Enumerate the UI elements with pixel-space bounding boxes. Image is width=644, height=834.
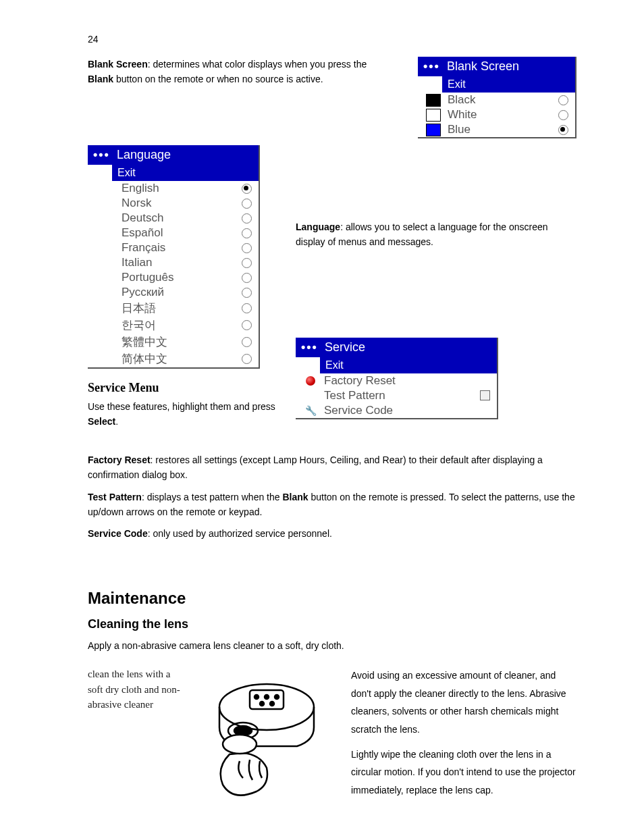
radio-icon[interactable] (242, 303, 252, 313)
cleaning-lens-heading: Cleaning the lens (88, 617, 576, 631)
test-pattern-paragraph: Test Pattern: displays a test pattern wh… (88, 490, 576, 520)
service-menu-heading: Service Menu (88, 381, 277, 395)
term-blank: Blank (88, 74, 113, 84)
menu-item-label: Français (122, 241, 242, 255)
radio-icon[interactable] (242, 228, 252, 238)
svg-point-9 (223, 735, 257, 754)
menu-exit[interactable]: Exit (442, 76, 575, 93)
text: : determines what color displays when yo… (148, 59, 367, 70)
language-paragraph: Language: allows you to select a languag… (296, 219, 576, 250)
menu-item-label: Test Pattern (324, 389, 480, 402)
menu-item-label: 繁體中文 (122, 334, 242, 350)
svg-point-5 (265, 695, 269, 699)
menu-item-label: 简体中文 (122, 351, 242, 367)
text: button on the remote or when no source i… (113, 74, 323, 84)
menu-item-label: Italian (122, 256, 242, 269)
menu-item-label: 한국어 (122, 317, 242, 333)
menu-title-bar: ••• Language (88, 145, 259, 165)
blank-screen-paragraph: Blank Screen: determines what color disp… (88, 57, 389, 87)
radio-icon[interactable] (242, 354, 252, 364)
menu-exit[interactable]: Exit (320, 357, 497, 373)
menu-item-label: Factory Reset (324, 374, 490, 388)
menu-item-white[interactable]: White (418, 107, 575, 122)
swatch-black (426, 94, 441, 107)
factory-reset-icon (304, 375, 317, 387)
lens-caption: clean the lens with a soft dry cloth and… (88, 667, 182, 712)
text: . (115, 416, 118, 427)
menu-item-label: Black (448, 93, 558, 107)
menu-item-label: Blue (448, 123, 558, 136)
checkbox-icon[interactable] (480, 390, 490, 400)
radio-icon[interactable] (242, 320, 252, 330)
svg-point-6 (275, 695, 279, 699)
menu-item-label: Deutsch (122, 211, 242, 225)
menu-title-bar: ••• Service (296, 338, 497, 357)
service-code-paragraph: Service Code: only used by authorized se… (88, 526, 576, 541)
menu-item-english[interactable]: English (88, 181, 259, 196)
radio-icon[interactable] (242, 243, 252, 253)
menu-item-francais[interactable]: Français (88, 240, 259, 255)
menu-item-korean[interactable]: 한국어 (88, 317, 259, 334)
dots-icon: ••• (423, 59, 440, 74)
radio-icon[interactable] (242, 288, 252, 298)
radio-icon[interactable] (558, 125, 568, 135)
menu-item-simp-chinese[interactable]: 简体中文 (88, 350, 259, 367)
radio-icon[interactable] (242, 273, 252, 283)
term-service-code: Service Code (88, 528, 148, 539)
menu-item-service-code[interactable]: 🔧 Service Code (296, 403, 497, 418)
menu-title-bar: ••• Blank Screen (418, 57, 575, 76)
projector-lens-illustration (203, 667, 331, 804)
menu-item-label: Service Code (324, 404, 490, 417)
menu-item-black[interactable]: Black (418, 93, 575, 107)
text: : restores all settings (except Lamp Hou… (88, 454, 543, 480)
swatch-white (426, 109, 441, 122)
menu-item-blue[interactable]: Blue (418, 122, 575, 137)
text: Use these features, highlight them and p… (88, 401, 275, 412)
lens-para-1: Avoid using an excessive amount of clean… (351, 667, 576, 738)
menu-item-norsk[interactable]: Norsk (88, 196, 259, 211)
cleaning-intro-paragraph: Apply a non-abrasive camera lens cleaner… (88, 638, 576, 653)
term-language: Language (296, 221, 340, 232)
blank-icon (304, 390, 317, 402)
term-select: Select (88, 416, 115, 427)
menu-item-label: Norsk (122, 197, 242, 210)
dots-icon: ••• (301, 340, 318, 355)
page-number: 24 (88, 34, 576, 45)
svg-point-8 (270, 702, 274, 706)
menu-item-portugues[interactable]: Português (88, 270, 259, 285)
svg-point-7 (260, 702, 264, 706)
radio-icon[interactable] (558, 95, 568, 105)
maintenance-heading: Maintenance (88, 589, 576, 608)
term-blank-screen: Blank Screen (88, 59, 148, 70)
menu-exit[interactable]: Exit (112, 165, 259, 181)
menu-item-test-pattern[interactable]: Test Pattern (296, 388, 497, 403)
swatch-blue (426, 124, 441, 136)
menu-item-factory-reset[interactable]: Factory Reset (296, 373, 497, 388)
menu-item-label: Español (122, 226, 242, 240)
menu-item-trad-chinese[interactable]: 繁體中文 (88, 334, 259, 350)
menu-item-espanol[interactable]: Español (88, 226, 259, 240)
menu-item-label: Русский (122, 286, 242, 299)
menu-item-italian[interactable]: Italian (88, 255, 259, 270)
menu-title-text: Language (117, 148, 171, 162)
radio-icon[interactable] (242, 213, 252, 224)
text: : only used by authorized service person… (148, 528, 332, 539)
menu-item-russian[interactable]: Русский (88, 285, 259, 300)
language-menu: ••• Language Exit English Norsk Deutsch … (88, 145, 260, 369)
menu-item-japanese[interactable]: 日本語 (88, 300, 259, 317)
radio-icon[interactable] (242, 258, 252, 268)
menu-item-deutsch[interactable]: Deutsch (88, 211, 259, 226)
dots-icon: ••• (93, 148, 110, 162)
text: : displays a test pattern when the (142, 492, 283, 502)
menu-item-label: Português (122, 271, 242, 284)
term-factory-reset: Factory Reset (88, 454, 151, 465)
menu-item-label: English (122, 182, 242, 195)
menu-item-label: 日本語 (122, 301, 242, 316)
menu-item-label: White (448, 108, 558, 122)
radio-icon[interactable] (242, 184, 252, 194)
menu-title-text: Service (325, 340, 365, 355)
radio-icon[interactable] (242, 199, 252, 209)
radio-icon[interactable] (558, 110, 568, 120)
lens-para-2: Lightly wipe the cleaning cloth over the… (351, 746, 576, 800)
radio-icon[interactable] (242, 337, 252, 347)
